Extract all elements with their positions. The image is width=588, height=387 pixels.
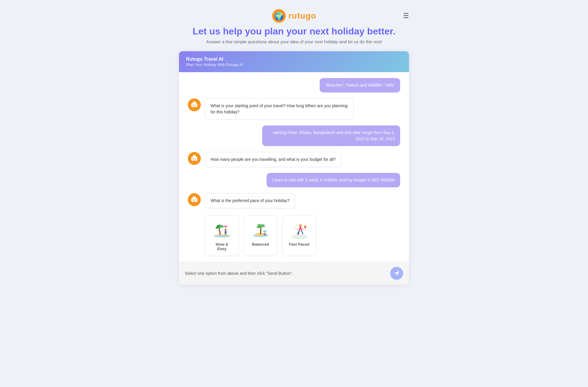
bot-avatar-3 [188, 193, 201, 206]
user-bubble-3: I want to visit with 2 adult, 0 children… [267, 173, 400, 187]
chat-container: Rutugo Travel AI Plan Your Holiday With … [179, 51, 409, 285]
logo-area: 🌍 rutugo [272, 9, 316, 23]
main-title: Let us help you plan your next holiday b… [193, 26, 395, 37]
svg-rect-32 [226, 234, 226, 236]
svg-rect-31 [224, 234, 225, 236]
user-message-3: I want to visit with 2 adult, 0 children… [188, 173, 400, 187]
svg-point-41 [291, 234, 308, 239]
pace-card-balanced[interactable]: Balanced [244, 215, 277, 256]
bot-bubble-3: What is the preferred pace of your holid… [205, 193, 295, 208]
svg-rect-14 [191, 158, 192, 160]
bot-avatar-2 [188, 152, 201, 165]
chat-body: "Beaches","Nature and Wildlife","Hills" … [179, 72, 409, 262]
svg-point-11 [193, 158, 194, 159]
user-bubble-2: starting Point: Dhaka, Bangladesh and vi… [262, 125, 400, 146]
svg-rect-13 [193, 160, 195, 161]
svg-rect-8 [197, 105, 198, 106]
chat-header-title: Rutugo Travel AI [186, 57, 402, 62]
logo-icon: 🌍 [272, 9, 286, 23]
svg-rect-17 [193, 196, 196, 199]
user-message-1: "Beaches","Nature and Wildlife","Hills" [188, 78, 400, 92]
svg-rect-22 [197, 200, 198, 201]
svg-rect-15 [197, 158, 198, 160]
svg-point-12 [195, 158, 196, 159]
user-bubble-1: "Beaches","Nature and Wildlife","Hills" [320, 78, 400, 92]
chat-input-text: Select one option from above and then cl… [185, 271, 387, 276]
bot-message-2: How many people are you travelling, and … [188, 152, 400, 167]
pace-options: Slow & Easy [188, 215, 400, 256]
bot-message-3: What is the preferred pace of your holid… [188, 193, 400, 208]
pace-card-slow-easy[interactable]: Slow & Easy [205, 215, 239, 256]
svg-rect-7 [191, 105, 192, 106]
svg-point-42 [299, 224, 302, 227]
menu-icon[interactable]: ☰ [403, 12, 409, 20]
svg-point-24 [214, 235, 230, 237]
bot-bubble-1: What is your starting point of your trav… [205, 98, 354, 120]
slow-easy-image [213, 220, 231, 239]
pace-label-slow-easy: Slow & Easy [211, 242, 233, 251]
svg-rect-3 [193, 102, 196, 104]
chat-header-subtitle: Plan Your Holiday With Rutugo AI [186, 62, 402, 67]
send-icon [394, 270, 400, 276]
pace-label-fast-paced: Fast Paced [289, 242, 309, 247]
svg-point-18 [193, 199, 194, 201]
chat-input-bar: Select one option from above and then cl… [179, 262, 409, 285]
pace-label-balanced: Balanced [252, 242, 269, 247]
title-section: Let us help you plan your next holiday b… [193, 26, 395, 44]
bot-bubble-2: How many people are you travelling, and … [205, 152, 341, 167]
bot-message-1: What is your starting point of your trav… [188, 98, 400, 120]
send-button[interactable] [390, 267, 403, 280]
svg-point-5 [195, 105, 196, 106]
pace-card-fast-paced[interactable]: Fast Paced [282, 215, 316, 256]
bot-avatar-1 [188, 98, 201, 111]
svg-point-19 [195, 199, 196, 201]
logo-text: rutugo [288, 11, 316, 21]
svg-point-4 [193, 105, 194, 106]
svg-rect-10 [193, 155, 196, 157]
svg-rect-21 [191, 200, 192, 201]
svg-rect-20 [193, 201, 195, 202]
balanced-image [251, 220, 270, 239]
svg-rect-6 [193, 106, 195, 107]
chat-header: Rutugo Travel AI Plan Your Holiday With … [179, 51, 409, 72]
svg-text:🌍: 🌍 [274, 11, 284, 21]
user-message-2: starting Point: Dhaka, Bangladesh and vi… [188, 125, 400, 146]
header: 🌍 rutugo ☰ [179, 9, 409, 23]
sub-title: Answer a few simple questions about your… [193, 39, 395, 44]
fast-paced-image [290, 220, 309, 239]
